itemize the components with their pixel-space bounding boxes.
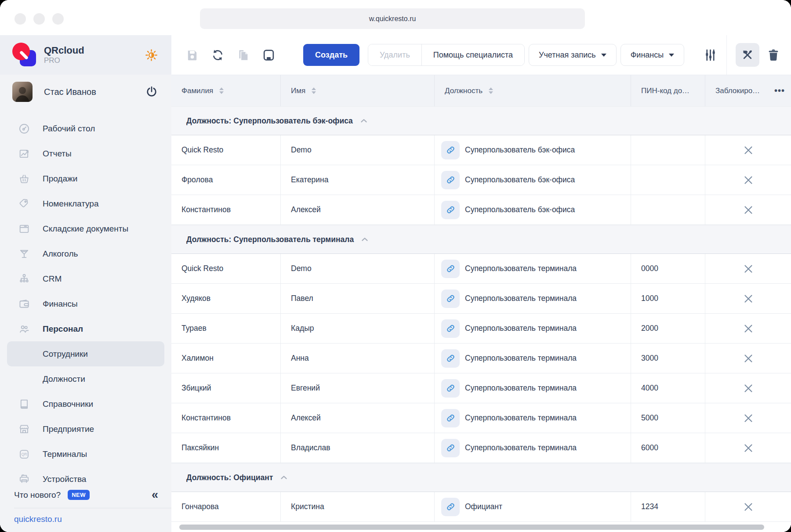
role-link-icon[interactable]	[441, 439, 460, 457]
sidebar-item-employees[interactable]: Сотрудники	[7, 341, 164, 366]
blocked-x-icon[interactable]	[742, 174, 755, 186]
app-body: QRcloud PRO	[0, 35, 791, 532]
blocked-x-icon[interactable]	[742, 204, 755, 216]
window-control-dot[interactable]	[33, 13, 45, 25]
collapse-sidebar-icon[interactable]: «	[152, 489, 158, 501]
sidebar-item-label: Финансы	[43, 299, 78, 309]
blocked-x-icon[interactable]	[742, 382, 755, 394]
sidebar-item-label: Предприятие	[43, 424, 94, 434]
brightness-icon[interactable]	[145, 48, 158, 62]
sidebar-item-enterprise[interactable]: Предприятие	[7, 416, 164, 442]
sidebar-item-terminals[interactable]: QRТерминалы	[7, 442, 164, 467]
blocked-x-icon[interactable]	[742, 144, 755, 156]
sidebar-item-alcohol[interactable]: Алкоголь	[7, 241, 164, 266]
user-row[interactable]: Стас Иванов	[0, 75, 171, 109]
sidebar-item-warehouse-docs[interactable]: Складские документы	[7, 216, 164, 241]
role-link-icon[interactable]	[441, 349, 460, 368]
chevron-up-icon[interactable]	[360, 235, 370, 244]
window-control-dot[interactable]	[15, 13, 26, 25]
copy-icon[interactable]	[236, 47, 250, 62]
table-row[interactable]: ГончароваКристинаОфициант1234	[171, 492, 791, 522]
blocked-x-icon[interactable]	[742, 412, 755, 424]
delete-button[interactable]: Удалить	[368, 44, 421, 65]
toolbar: Создать Удалить Помощь специалиста Учетн…	[171, 35, 791, 75]
role-link-icon[interactable]	[441, 201, 460, 219]
table-row[interactable]: ХалимонАннаСуперпользователь терминала30…	[171, 344, 791, 373]
trash-icon[interactable]	[766, 48, 780, 62]
table-row[interactable]: ХудяковПавелСуперпользователь терминала1…	[171, 284, 791, 314]
sidebar-item-crm[interactable]: CRM	[7, 266, 164, 291]
sidebar-item-nomenclature[interactable]: Номенклатура	[7, 191, 164, 216]
horizontal-scrollbar-thumb[interactable]	[179, 525, 764, 530]
filter-sliders-icon[interactable]	[703, 47, 718, 62]
whats-new-label[interactable]: Что нового?	[14, 490, 61, 500]
blocked-x-icon[interactable]	[742, 293, 755, 305]
table-row[interactable]: КонстантиновАлексейСуперпользователь бэк…	[171, 195, 791, 225]
group-header[interactable]: Должность: Суперпользователь терминала	[171, 225, 791, 254]
sidebar-item-reports[interactable]: Отчеты	[7, 141, 164, 166]
role-link-icon[interactable]	[441, 379, 460, 398]
cell-pin: 2000	[631, 314, 705, 343]
chevron-up-icon[interactable]	[279, 473, 289, 482]
sidebar-item-directories[interactable]: Справочники	[7, 391, 164, 416]
whats-new-row: Что нового? NEW «	[0, 489, 171, 501]
role-link-icon[interactable]	[441, 141, 460, 159]
export-icon[interactable]	[261, 47, 276, 62]
window-control-dot[interactable]	[52, 13, 64, 25]
column-header-last[interactable]: Фамилия	[171, 75, 280, 106]
site-link[interactable]: quickresto.ru	[0, 514, 171, 524]
cell-role: Суперпользователь бэк-офиса	[434, 135, 631, 165]
chevron-up-icon[interactable]	[359, 116, 369, 126]
table-row[interactable]: ТураевКадырСуперпользователь терминала20…	[171, 314, 791, 344]
table-row[interactable]: КонстантиновАлексейСуперпользователь тер…	[171, 403, 791, 433]
group-header[interactable]: Должность: Суперпользователь бэк-офиса	[171, 106, 791, 135]
cell-role: Суперпользователь бэк-офиса	[434, 195, 631, 224]
save-icon[interactable]	[185, 47, 200, 62]
blocked-x-icon[interactable]	[742, 263, 755, 275]
table-row[interactable]: ФроловаЕкатеринаСуперпользователь бэк-оф…	[171, 165, 791, 195]
cell-firstname: Евгений	[280, 373, 434, 403]
column-header-first[interactable]: Имя	[280, 75, 434, 106]
role-link-icon[interactable]	[441, 260, 460, 278]
role-link-icon[interactable]	[441, 290, 460, 308]
cell-role: Официант	[434, 492, 631, 521]
column-header-role[interactable]: Должность	[434, 75, 631, 106]
blocked-x-icon[interactable]	[742, 352, 755, 365]
create-button[interactable]: Создать	[303, 44, 359, 66]
role-label: Суперпользователь бэк-офиса	[465, 175, 575, 185]
finance-dropdown[interactable]: Финансы	[620, 44, 685, 66]
qr-icon: QR	[18, 448, 31, 461]
blocked-x-icon[interactable]	[742, 322, 755, 335]
group-header[interactable]: Должность: Официант	[171, 463, 791, 492]
url-bar[interactable]: w.quickresto.ru	[200, 8, 585, 29]
sidebar-item-label: Справочники	[43, 399, 93, 409]
sort-icon[interactable]	[312, 87, 316, 94]
refresh-icon[interactable]	[210, 47, 225, 62]
sidebar-item-dashboard[interactable]: Рабочий стол	[7, 116, 164, 141]
sidebar-item-staff[interactable]: Персонал	[7, 316, 164, 341]
cell-firstname: Demo	[280, 135, 434, 165]
blocked-x-icon[interactable]	[742, 442, 755, 454]
role-link-icon[interactable]	[441, 409, 460, 427]
chevron-down-icon	[669, 54, 674, 57]
specialist-help-button[interactable]: Помощь специалиста	[421, 44, 524, 65]
blocked-x-icon[interactable]	[742, 501, 755, 513]
tools-icon[interactable]	[736, 43, 759, 67]
table-row[interactable]: ЗбицкийЕвгенийСуперпользователь терминал…	[171, 373, 791, 403]
cell-pin: 1234	[631, 492, 705, 521]
sidebar-item-sales[interactable]: Продажи	[7, 166, 164, 191]
role-link-icon[interactable]	[441, 498, 460, 516]
account-dropdown[interactable]: Учетная запись	[529, 44, 617, 66]
power-icon[interactable]	[145, 85, 158, 98]
sidebar-item-positions[interactable]: Должности	[7, 366, 164, 391]
role-link-icon[interactable]	[441, 171, 460, 189]
role-link-icon[interactable]	[441, 319, 460, 338]
table-row[interactable]: ПаксяйкинВладиславСуперпользователь терм…	[171, 433, 791, 463]
sort-icon[interactable]	[219, 87, 224, 94]
cell-blocked	[705, 165, 791, 195]
columns-menu-icon[interactable]: •••	[774, 86, 785, 96]
sidebar-item-finance[interactable]: Финансы	[7, 291, 164, 316]
table-row[interactable]: Quick RestoDemoСуперпользователь бэк-офи…	[171, 135, 791, 165]
table-row[interactable]: Quick RestoDemoСуперпользователь термина…	[171, 254, 791, 284]
sort-icon[interactable]	[489, 87, 493, 94]
